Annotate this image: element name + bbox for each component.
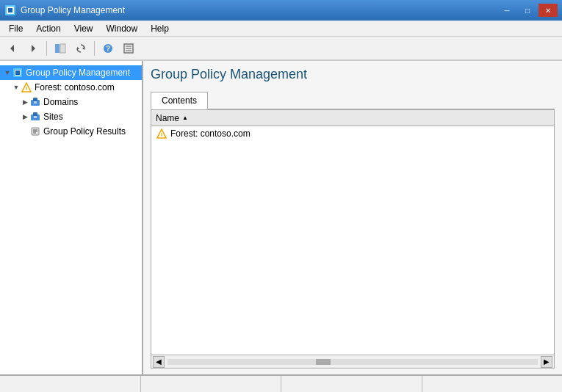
svg-marker-7 (82, 47, 84, 50)
help-button[interactable]: ? (98, 40, 118, 57)
domains-icon (29, 96, 41, 108)
forward-icon (28, 43, 38, 54)
show-hide-button[interactable] (51, 40, 70, 57)
svg-marker-4 (32, 45, 35, 52)
sites-icon (29, 111, 41, 123)
tree-expand-domains[interactable]: ▶ (21, 98, 29, 106)
help-icon: ? (103, 43, 113, 54)
scroll-track[interactable] (167, 359, 538, 365)
page-title: Group Policy Management (151, 67, 555, 85)
refresh-icon (76, 43, 86, 54)
sort-arrow: ▲ (182, 115, 188, 121)
tab-bar: Contents (151, 91, 555, 109)
row-forest-icon (156, 128, 167, 139)
horizontal-scrollbar[interactable]: ◀ ▶ (151, 355, 554, 368)
svg-rect-24 (33, 112, 37, 116)
menu-file[interactable]: File (3, 22, 29, 35)
tree-item-root[interactable]: ▼ Group Policy Management (0, 65, 142, 80)
menu-help[interactable]: Help (145, 22, 175, 35)
svg-text:?: ? (106, 45, 110, 53)
menu-view[interactable]: View (68, 22, 99, 35)
tree-label-gp-results: Group Policy Results (43, 126, 126, 137)
maximize-button[interactable]: □ (518, 4, 537, 17)
title-bar: Group Policy Management ─ □ ✕ (0, 0, 562, 21)
scroll-left-button[interactable]: ◀ (153, 356, 165, 368)
tree-children-root: ▼ Forest: contoso.com ▶ (0, 80, 142, 139)
tree-item-gp-results[interactable]: Group Policy Results (18, 124, 142, 139)
refresh-button[interactable] (71, 40, 90, 57)
back-button[interactable] (3, 40, 22, 57)
status-section-3 (281, 376, 422, 392)
app-icon (4, 4, 16, 16)
svg-rect-21 (33, 98, 37, 101)
tree-expand-root[interactable]: ▼ (3, 69, 12, 76)
title-bar-left: Group Policy Management (4, 4, 125, 16)
tree-label-sites: Sites (43, 112, 63, 122)
tree-item-sites[interactable]: ▶ Sites (18, 109, 142, 124)
status-section-1 (0, 376, 141, 392)
gp-results-icon (29, 126, 41, 137)
tree-children-forest: ▶ Domains ▶ (9, 95, 142, 139)
tree-expand-forest[interactable]: ▼ (12, 84, 21, 91)
right-panel: Group Policy Management Contents Name ▲ (143, 61, 562, 374)
menu-action[interactable]: Action (30, 22, 66, 35)
tree-item-domains[interactable]: ▶ Domains (18, 95, 142, 109)
properties-icon (123, 43, 134, 54)
svg-rect-25 (34, 116, 37, 118)
back-icon (7, 43, 18, 54)
scroll-thumb[interactable] (316, 359, 331, 365)
tree-label-root: Group Policy Management (26, 68, 130, 78)
properties-button[interactable] (119, 40, 138, 57)
minimize-button[interactable]: ─ (497, 4, 516, 17)
svg-rect-6 (60, 44, 65, 53)
toolbar-separator-2 (94, 41, 95, 56)
toolbar-separator-1 (46, 41, 47, 56)
svg-rect-5 (55, 44, 60, 53)
status-section-4 (422, 376, 563, 392)
svg-rect-22 (34, 101, 37, 104)
svg-rect-2 (8, 8, 12, 12)
main-layout: ▼ Group Policy Management ▼ (0, 60, 562, 374)
svg-marker-8 (77, 47, 79, 50)
forward-button[interactable] (24, 40, 43, 57)
table-row[interactable]: Forest: contoso.com (151, 126, 554, 141)
gp-management-icon (12, 67, 24, 79)
tree-root: ▼ Group Policy Management ▼ (0, 64, 142, 140)
menu-bar: File Action View Window Help (0, 21, 562, 37)
tree-expand-sites[interactable]: ▶ (21, 113, 29, 120)
toolbar: ? (0, 37, 562, 60)
row-label-forest: Forest: contoso.com (170, 128, 251, 139)
tab-contents[interactable]: Contents (151, 92, 208, 109)
column-header-name[interactable]: Name ▲ (156, 113, 550, 123)
left-panel: ▼ Group Policy Management ▼ (0, 61, 143, 374)
svg-rect-17 (15, 70, 20, 75)
column-name-label: Name (156, 113, 179, 123)
table-header: Name ▲ (151, 110, 554, 126)
tree-label-forest: Forest: contoso.com (35, 82, 115, 92)
title-text: Group Policy Management (21, 5, 125, 15)
scroll-right-button[interactable]: ▶ (541, 356, 552, 368)
title-bar-controls: ─ □ ✕ (497, 4, 558, 17)
show-hide-icon (54, 43, 66, 54)
tree-label-domains: Domains (43, 97, 78, 107)
forest-tree-icon (21, 81, 32, 93)
svg-marker-3 (10, 45, 14, 52)
menu-window[interactable]: Window (101, 22, 144, 35)
status-section-2 (141, 376, 282, 392)
tree-item-forest[interactable]: ▼ Forest: contoso.com (9, 80, 142, 95)
close-button[interactable]: ✕ (538, 4, 558, 17)
content-area: Name ▲ Forest: contoso.com ◀ (151, 109, 555, 369)
table-body: Forest: contoso.com (151, 126, 554, 355)
status-bar (0, 374, 562, 392)
